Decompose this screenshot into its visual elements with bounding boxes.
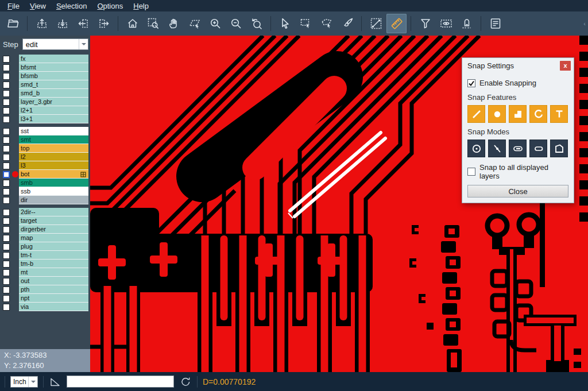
brush-button[interactable]	[337, 14, 357, 33]
layer-name[interactable]: l3	[19, 161, 88, 170]
view-options-button[interactable]	[436, 14, 456, 33]
layer-visibility-checkbox[interactable]	[3, 180, 10, 187]
layer-visibility-checkbox[interactable]	[3, 82, 10, 88]
dialog-close-icon[interactable]: x	[560, 61, 571, 71]
layer-name[interactable]: bot	[19, 170, 88, 179]
layer-visibility-checkbox[interactable]	[3, 188, 10, 195]
menu-item-selection[interactable]: Selection	[51, 1, 92, 11]
unit-select[interactable]: Inch	[10, 376, 38, 388]
layer-visibility-checkbox[interactable]	[3, 197, 10, 204]
menu-item-file[interactable]: File	[2, 1, 25, 11]
zoom-in-button[interactable]	[205, 14, 225, 33]
enable-snapping-checkbox[interactable]	[467, 79, 475, 87]
layer-visibility-checkbox[interactable]	[3, 128, 10, 135]
layer-name[interactable]: bfsmb	[19, 72, 88, 80]
layer-name[interactable]: 2dir--	[19, 208, 88, 216]
move-left-button[interactable]	[73, 14, 93, 33]
layer-name[interactable]: npt	[19, 294, 88, 303]
layer-visibility-checkbox[interactable]	[3, 226, 10, 233]
select-rectangle-button[interactable]	[296, 14, 316, 33]
layer-grid-icon[interactable]	[80, 172, 86, 177]
snap-feature-surface-button[interactable]	[509, 105, 527, 123]
layer-name[interactable]: l2	[19, 153, 88, 161]
layer-visibility-checkbox[interactable]	[3, 73, 10, 80]
layer-name[interactable]: dirgerber	[19, 225, 88, 234]
pan-button[interactable]	[164, 14, 184, 33]
layer-visibility-checkbox[interactable]	[3, 235, 10, 242]
layer-name[interactable]: target	[19, 216, 88, 225]
layer-name[interactable]: smt	[19, 136, 88, 144]
layer-name[interactable]: mt	[19, 268, 88, 277]
layer-name[interactable]: smd_t	[19, 80, 88, 89]
menu-item-help[interactable]: Help	[128, 1, 154, 11]
snap-settings-button[interactable]	[457, 14, 477, 33]
layer-name[interactable]: l2+1	[19, 106, 88, 115]
toolbar-overflow-chevron[interactable]: ‹	[583, 20, 586, 27]
snap-mode-slot-button[interactable]	[529, 140, 547, 157]
layer-visibility-checkbox[interactable]	[3, 243, 10, 250]
layer-visibility-checkbox[interactable]	[3, 137, 10, 144]
layer-visibility-checkbox[interactable]	[3, 252, 10, 259]
snap-mode-profile-button[interactable]	[550, 140, 568, 157]
ruler-button[interactable]	[386, 14, 407, 33]
snap-mode-center-button[interactable]	[467, 140, 485, 157]
move-down-button[interactable]	[52, 14, 72, 33]
angle-mode-button[interactable]	[49, 375, 61, 388]
layer-visibility-checkbox[interactable]	[3, 269, 10, 276]
layer-visibility-checkbox[interactable]	[3, 287, 10, 293]
snap-feature-text-button[interactable]	[550, 105, 568, 123]
zoom-previous-button[interactable]	[246, 14, 266, 33]
layer-visibility-checkbox[interactable]	[3, 304, 10, 311]
select-polygon-button[interactable]	[316, 14, 336, 33]
layer-visibility-checkbox[interactable]	[3, 99, 10, 106]
drag-view-button[interactable]	[184, 14, 204, 33]
layer-visibility-checkbox[interactable]	[3, 154, 10, 161]
layer-name[interactable]: plug	[19, 242, 88, 251]
move-up-button[interactable]	[32, 14, 52, 33]
zoom-window-button[interactable]	[143, 14, 163, 33]
layer-name[interactable]: out	[19, 277, 88, 285]
layer-visibility-checkbox[interactable]	[3, 145, 10, 152]
layer-visibility-checkbox-active[interactable]	[3, 171, 10, 178]
layer-visibility-checkbox[interactable]	[3, 116, 10, 123]
layer-visibility-checkbox[interactable]	[3, 295, 10, 302]
layer-visibility-checkbox[interactable]	[3, 261, 10, 268]
select-cursor-button[interactable]	[275, 14, 295, 33]
layer-name[interactable]: pth	[19, 285, 88, 294]
snap-feature-arc-button[interactable]	[529, 105, 547, 123]
layer-name[interactable]: smd_b	[19, 89, 88, 98]
snap-mode-slot-center-button[interactable]	[509, 140, 527, 157]
command-input[interactable]	[67, 375, 174, 388]
dialog-titlebar[interactable]: Snap Settings x	[462, 58, 574, 73]
layer-name[interactable]: top	[19, 144, 88, 153]
layer-name[interactable]: fx	[19, 55, 88, 63]
layer-name[interactable]: ssb	[19, 187, 88, 196]
layer-name[interactable]: bfsmt	[19, 63, 88, 72]
layer-name[interactable]: map	[19, 234, 88, 242]
snap-feature-line-button[interactable]	[467, 105, 485, 123]
layer-visibility-checkbox[interactable]	[3, 162, 10, 169]
layer-visibility-checkbox[interactable]	[3, 107, 10, 114]
layer-visibility-checkbox[interactable]	[3, 56, 10, 63]
home-view-button[interactable]	[122, 14, 142, 33]
layer-visibility-checkbox[interactable]	[3, 90, 10, 97]
step-select[interactable]: edit	[22, 38, 88, 50]
layer-visibility-checkbox[interactable]	[3, 209, 10, 216]
layer-name[interactable]: via	[19, 303, 88, 311]
layer-name[interactable]: tm-t	[19, 251, 88, 260]
measure-line-button[interactable]	[366, 14, 386, 33]
menu-item-options[interactable]: Options	[92, 1, 128, 11]
layer-name[interactable]: tm-b	[19, 260, 88, 268]
layer-name[interactable]: dir	[19, 196, 88, 204]
cycle-button[interactable]	[179, 375, 192, 388]
layer-visibility-checkbox[interactable]	[3, 64, 10, 71]
layer-name[interactable]: l3+1	[19, 115, 88, 123]
all-layers-checkbox[interactable]	[467, 168, 475, 176]
pcb-canvas[interactable]: Snap Settings x Enable Snapping Snap Fea…	[90, 36, 588, 372]
layer-visibility-checkbox[interactable]	[3, 278, 10, 285]
layer-visibility-checkbox[interactable]	[3, 218, 10, 224]
close-button[interactable]: Close	[467, 185, 568, 198]
snap-mode-midpoint-button[interactable]	[488, 140, 506, 157]
report-form-button[interactable]	[485, 14, 505, 33]
open-file-button[interactable]	[3, 14, 23, 33]
